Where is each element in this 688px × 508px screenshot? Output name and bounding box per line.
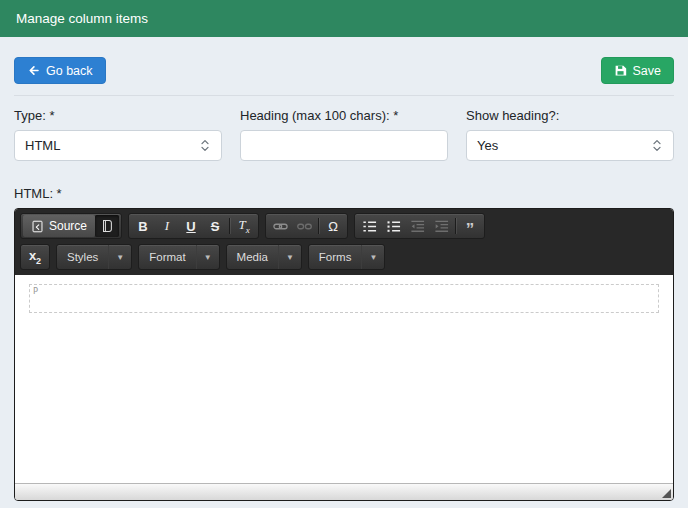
forms-dropdown-label: Forms (309, 251, 362, 263)
remove-format-icon: Tx (238, 217, 249, 235)
toolbar-group-links: Ω (265, 213, 348, 239)
toolbar-group-lists: ” (354, 213, 485, 239)
indent-icon (434, 219, 449, 234)
paragraph-block-outline: P (29, 284, 659, 313)
editor-content-area[interactable]: P (15, 275, 673, 483)
show-heading-select-value: Yes (477, 138, 498, 153)
toolbar-separator (229, 218, 230, 234)
remove-format-button[interactable]: Tx (232, 215, 256, 237)
italic-icon: I (165, 218, 169, 234)
subscript-icon: x2 (29, 248, 41, 266)
actions-row: Go back Save (14, 57, 674, 84)
save-button[interactable]: Save (601, 57, 675, 84)
page-header: Manage column items (0, 0, 688, 37)
field-show-heading: Show heading?: Yes (466, 108, 674, 161)
unlink-button (292, 215, 316, 237)
toolbar-separator (455, 218, 456, 234)
type-label: Type: * (14, 108, 222, 123)
indent-button (429, 215, 453, 237)
outdent-icon (410, 219, 425, 234)
show-blocks-button[interactable] (95, 215, 119, 237)
page-content: Go back Save Type: * HTML (0, 57, 688, 501)
select-chevrons-icon (651, 138, 663, 153)
show-heading-label: Show heading?: (466, 108, 674, 123)
chevron-down-icon: ▼ (361, 245, 384, 269)
bullet-list-button[interactable] (381, 215, 405, 237)
toolbar-group-basicstyles: B I U S Tx (128, 213, 259, 239)
field-heading: Heading (max 100 chars): * (240, 108, 448, 161)
format-dropdown-label: Format (139, 251, 195, 263)
toolbar-separator (318, 218, 319, 234)
numbered-list-icon (362, 219, 377, 234)
show-blocks-icon (100, 219, 114, 233)
format-dropdown[interactable]: Format ▼ (138, 244, 219, 270)
chevron-down-icon: ▼ (108, 245, 131, 269)
media-dropdown[interactable]: Media ▼ (226, 244, 302, 270)
bold-button[interactable]: B (131, 215, 155, 237)
arrow-left-icon (27, 64, 40, 77)
type-select-value: HTML (25, 138, 60, 153)
styles-dropdown-label: Styles (57, 251, 108, 263)
page-title: Manage column items (16, 11, 148, 26)
select-chevrons-icon (199, 138, 211, 153)
editor-bottom-bar (15, 483, 673, 500)
toolbar-row-1: Source B I U S (20, 213, 668, 239)
omega-icon: Ω (328, 219, 338, 234)
editor-toolbar: Source B I U S (15, 209, 673, 275)
forms-dropdown[interactable]: Forms ▼ (308, 244, 386, 270)
section-divider (14, 95, 674, 96)
underline-icon: U (186, 219, 195, 234)
numbered-list-button[interactable] (357, 215, 381, 237)
save-label: Save (633, 64, 662, 78)
form-row: Type: * HTML Heading (max 100 chars): * … (14, 108, 674, 161)
toolbar-group-document: Source (20, 213, 122, 239)
resize-handle[interactable] (662, 489, 671, 498)
go-back-label: Go back (46, 64, 93, 78)
media-dropdown-label: Media (227, 251, 278, 263)
bold-icon: B (138, 219, 147, 234)
subscript-button[interactable]: x2 (23, 246, 47, 268)
html-rich-text-editor: Source B I U S (14, 208, 674, 501)
special-character-button[interactable]: Ω (321, 215, 345, 237)
strikethrough-icon: S (211, 219, 220, 234)
heading-label: Heading (max 100 chars): * (240, 108, 448, 123)
outdent-button (405, 215, 429, 237)
go-back-button[interactable]: Go back (14, 57, 106, 84)
toolbar-row-2: x2 Styles ▼ Format ▼ Media ▼ (20, 244, 668, 270)
blockquote-icon: ” (466, 218, 475, 235)
chevron-down-icon: ▼ (278, 245, 301, 269)
underline-button[interactable]: U (179, 215, 203, 237)
toolbar-group-subscript: x2 (20, 244, 50, 270)
unlink-icon (297, 219, 312, 234)
field-type: Type: * HTML (14, 108, 222, 161)
chevron-down-icon: ▼ (196, 245, 219, 269)
heading-input[interactable] (240, 130, 448, 161)
show-heading-select[interactable]: Yes (466, 130, 674, 161)
manage-column-items-page: Manage column items Go back Save Type: * (0, 0, 688, 508)
paragraph-tag-label: P (33, 286, 38, 296)
styles-dropdown[interactable]: Styles ▼ (56, 244, 132, 270)
link-icon (273, 219, 288, 234)
source-button-label: Source (49, 219, 87, 233)
source-button[interactable]: Source (23, 215, 95, 237)
italic-button[interactable]: I (155, 215, 179, 237)
save-floppy-icon (614, 64, 627, 77)
html-field-label: HTML: * (14, 186, 674, 201)
strikethrough-button[interactable]: S (203, 215, 227, 237)
bullet-list-icon (386, 219, 401, 234)
source-doc-icon (31, 220, 44, 233)
link-button[interactable] (268, 215, 292, 237)
blockquote-button[interactable]: ” (458, 215, 482, 237)
type-select[interactable]: HTML (14, 130, 222, 161)
